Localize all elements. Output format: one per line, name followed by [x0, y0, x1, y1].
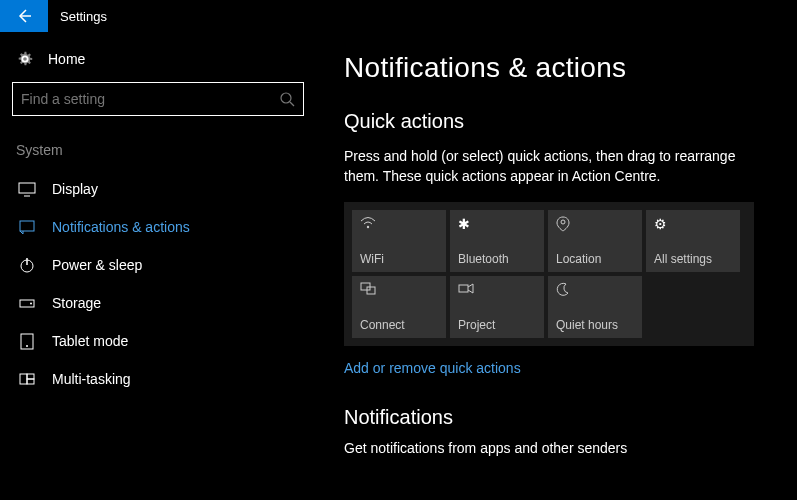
notifications-icon: [18, 218, 36, 236]
gear-icon: [16, 50, 34, 68]
sidebar-item-multitasking[interactable]: Multi-tasking: [12, 360, 304, 398]
power-icon: [18, 256, 36, 274]
svg-point-10: [26, 345, 28, 347]
connect-icon: [360, 282, 438, 298]
svg-point-15: [561, 220, 565, 224]
tile-label: All settings: [654, 252, 732, 266]
svg-line-1: [290, 102, 294, 106]
tile-label: Location: [556, 252, 634, 266]
tile-label: Quiet hours: [556, 318, 634, 332]
tile-connect[interactable]: Connect: [352, 276, 446, 338]
tile-label: WiFi: [360, 252, 438, 266]
storage-icon: [18, 294, 36, 312]
multitask-icon: [18, 370, 36, 388]
titlebar: Settings: [0, 0, 797, 32]
tile-bluetooth[interactable]: ✱ Bluetooth: [450, 210, 544, 272]
tile-label: Project: [458, 318, 536, 332]
tile-wifi[interactable]: WiFi: [352, 210, 446, 272]
sidebar-item-storage[interactable]: Storage: [12, 284, 304, 322]
tile-label: Connect: [360, 318, 438, 332]
search-field[interactable]: [21, 91, 279, 107]
home-button[interactable]: Home: [12, 42, 304, 82]
tile-all-settings[interactable]: ⚙ All settings: [646, 210, 740, 272]
content-area: Notifications & actions Quick actions Pr…: [312, 32, 797, 500]
nav-label: Multi-tasking: [52, 371, 131, 387]
svg-point-14: [367, 226, 369, 228]
wifi-icon: [360, 216, 438, 232]
search-input[interactable]: [12, 82, 304, 116]
tile-quiet-hours[interactable]: Quiet hours: [548, 276, 642, 338]
sidebar-item-power[interactable]: Power & sleep: [12, 246, 304, 284]
nav-label: Storage: [52, 295, 101, 311]
sidebar: Home System Display Notifications & acti…: [0, 32, 312, 500]
notifications-title: Notifications: [344, 406, 781, 429]
tile-location[interactable]: Location: [548, 210, 642, 272]
tile-project[interactable]: Project: [450, 276, 544, 338]
nav-label: Power & sleep: [52, 257, 142, 273]
quick-actions-title: Quick actions: [344, 110, 781, 133]
quick-actions-description: Press and hold (or select) quick actions…: [344, 147, 774, 186]
nav-label: Notifications & actions: [52, 219, 190, 235]
svg-point-8: [30, 303, 32, 305]
svg-point-0: [281, 93, 291, 103]
project-icon: [458, 282, 536, 298]
add-remove-link[interactable]: Add or remove quick actions: [344, 360, 781, 376]
page-title: Notifications & actions: [344, 52, 781, 84]
sidebar-item-display[interactable]: Display: [12, 170, 304, 208]
tablet-icon: [18, 332, 36, 350]
home-label: Home: [48, 51, 85, 67]
nav-label: Tablet mode: [52, 333, 128, 349]
back-button[interactable]: [0, 0, 48, 32]
nav-label: Display: [52, 181, 98, 197]
window-title: Settings: [48, 9, 107, 24]
search-icon: [279, 91, 295, 107]
display-icon: [18, 180, 36, 198]
moon-icon: [556, 282, 634, 298]
location-icon: [556, 216, 634, 232]
bluetooth-icon: ✱: [458, 216, 536, 232]
svg-rect-13: [27, 379, 34, 384]
sidebar-item-notifications[interactable]: Notifications & actions: [12, 208, 304, 246]
svg-rect-2: [19, 183, 35, 193]
tile-label: Bluetooth: [458, 252, 536, 266]
sidebar-item-tablet[interactable]: Tablet mode: [12, 322, 304, 360]
back-arrow-icon: [16, 8, 32, 24]
svg-rect-4: [20, 221, 34, 231]
gear-icon: ⚙: [654, 216, 732, 232]
notifications-description: Get notifications from apps and other se…: [344, 439, 774, 459]
svg-rect-12: [27, 374, 34, 379]
svg-rect-11: [20, 374, 27, 384]
svg-rect-18: [459, 285, 468, 292]
category-label: System: [12, 142, 304, 170]
quick-actions-grid[interactable]: WiFi ✱ Bluetooth Location ⚙ All settings…: [344, 202, 754, 346]
